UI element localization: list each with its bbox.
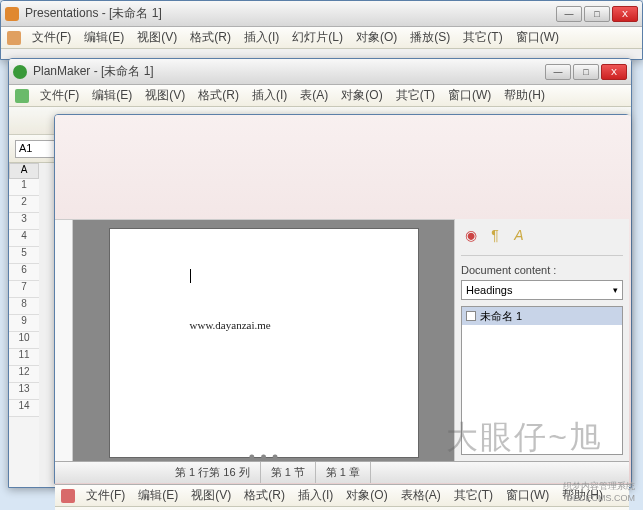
menu-view[interactable]: 视图(V) (131, 27, 183, 48)
doc-content-item[interactable]: 未命名 1 (462, 307, 622, 325)
menu-edit[interactable]: 编辑(E) (78, 27, 130, 48)
row-header[interactable]: 12 (9, 366, 39, 383)
side-panel: ◉ ¶ A Document content : Headings 未命名 1 (454, 219, 629, 461)
presentations-doc-icon (7, 31, 21, 45)
row-header[interactable]: 3 (9, 213, 39, 230)
menu-other[interactable]: 其它(T) (448, 485, 499, 506)
row-header[interactable]: 10 (9, 332, 39, 349)
close-button[interactable]: X (612, 6, 638, 22)
menu-object[interactable]: 对象(O) (350, 27, 403, 48)
status-position: 第 1 行第 16 列 (165, 462, 261, 483)
row-header[interactable]: 5 (9, 247, 39, 264)
status-section: 第 1 节 (261, 462, 316, 483)
row-header[interactable]: 1 (9, 179, 39, 196)
menu-play[interactable]: 播放(S) (404, 27, 456, 48)
item-checkbox[interactable] (466, 311, 476, 321)
menu-window[interactable]: 窗口(W) (510, 27, 565, 48)
textmaker-menubar: 文件(F) 编辑(E) 视图(V) 格式(R) 插入(I) 对象(O) 表格(A… (55, 485, 629, 507)
document-area: · · 1 · 1 · 1 · X · 1 · · · 1 · · · 2 · … (55, 219, 629, 461)
planmaker-title: PlanMaker - [未命名 1] (33, 63, 545, 80)
row-header[interactable]: 11 (9, 349, 39, 366)
maximize-button[interactable]: □ (584, 6, 610, 22)
watermark-line1: 织梦内容管理系统 (563, 480, 635, 492)
nav-paragraph-icon[interactable]: ¶ (485, 225, 505, 245)
menu-insert[interactable]: 插入(I) (238, 27, 285, 48)
textmaker-doc-icon (61, 489, 75, 503)
menu-edit[interactable]: 编辑(E) (86, 85, 138, 106)
menu-format[interactable]: 格式(R) (192, 85, 245, 106)
menu-other[interactable]: 其它(T) (457, 27, 508, 48)
status-page: 第 1 章 (316, 462, 371, 483)
item-label: 未命名 1 (480, 309, 522, 324)
doc-content-list: 未命名 1 (461, 306, 623, 455)
text-cursor (190, 269, 191, 283)
presentations-titlebar[interactable]: Presentations - [未命名 1] — □ X (1, 1, 642, 27)
menu-insert[interactable]: 插入(I) (292, 485, 339, 506)
menu-view[interactable]: 视图(V) (185, 485, 237, 506)
row-header[interactable]: 8 (9, 298, 39, 315)
col-header-a[interactable]: A (9, 163, 39, 179)
menu-window[interactable]: 窗口(W) (500, 485, 555, 506)
menu-file[interactable]: 文件(F) (34, 85, 85, 106)
menu-file[interactable]: 文件(F) (26, 27, 77, 48)
textmaker-statusbar: 第 1 行第 16 列 第 1 节 第 1 章 (55, 461, 629, 483)
presentations-window: Presentations - [未命名 1] — □ X 文件(F) 编辑(E… (0, 0, 643, 60)
nav-compass-icon[interactable]: ◉ (461, 225, 481, 245)
document-page[interactable]: www.dayanzai.me (109, 228, 419, 458)
row-header[interactable]: 2 (9, 196, 39, 213)
doc-content-combo[interactable]: Headings (461, 280, 623, 300)
presentations-title: Presentations - [未命名 1] (25, 5, 556, 22)
row-header[interactable]: 9 (9, 315, 39, 332)
row-header[interactable]: 6 (9, 264, 39, 281)
row-header[interactable]: 14 (9, 400, 39, 417)
menu-format[interactable]: 格式(R) (184, 27, 237, 48)
menu-object[interactable]: 对象(O) (335, 85, 388, 106)
sidepanel-label: Document content : (461, 264, 623, 276)
menu-window[interactable]: 窗口(W) (442, 85, 497, 106)
paper-workspace: www.dayanzai.me ● ● ● (73, 220, 454, 466)
maximize-button[interactable]: □ (573, 64, 599, 80)
menu-view[interactable]: 视图(V) (139, 85, 191, 106)
menu-help[interactable]: 帮助(H) (498, 85, 551, 106)
menu-insert[interactable]: 插入(I) (246, 85, 293, 106)
document-text[interactable]: www.dayanzai.me (190, 319, 271, 331)
menu-file[interactable]: 文件(F) (80, 485, 131, 506)
planmaker-app-icon (13, 65, 27, 79)
minimize-button[interactable]: — (556, 6, 582, 22)
watermark-small: 织梦内容管理系统 DEDECMS.COM (563, 480, 635, 504)
menu-table[interactable]: 表(A) (294, 85, 334, 106)
cell-reference-box[interactable]: A1 (15, 140, 55, 158)
close-button[interactable]: X (601, 64, 627, 80)
presentations-app-icon (5, 7, 19, 21)
watermark-line2: DEDECMS.COM (563, 492, 635, 504)
planmaker-menubar: 文件(F) 编辑(E) 视图(V) 格式(R) 插入(I) 表(A) 对象(O)… (9, 85, 631, 107)
planmaker-titlebar[interactable]: PlanMaker - [未命名 1] — □ X (9, 59, 631, 85)
textmaker-window: TextMaker - [未命名 1 *] — □ X 文件(F) 编辑(E) … (54, 114, 630, 484)
row-header[interactable]: 7 (9, 281, 39, 298)
vertical-ruler[interactable] (55, 220, 73, 466)
row-header[interactable]: 4 (9, 230, 39, 247)
presentations-menubar: 文件(F) 编辑(E) 视图(V) 格式(R) 插入(I) 幻灯片(L) 对象(… (1, 27, 642, 49)
row-header[interactable]: 13 (9, 383, 39, 400)
menu-table[interactable]: 表格(A) (395, 485, 447, 506)
planmaker-doc-icon (15, 89, 29, 103)
menu-edit[interactable]: 编辑(E) (132, 485, 184, 506)
nav-character-icon[interactable]: A (509, 225, 529, 245)
menu-slide[interactable]: 幻灯片(L) (286, 27, 349, 48)
minimize-button[interactable]: — (545, 64, 571, 80)
menu-object[interactable]: 对象(O) (340, 485, 393, 506)
menu-format[interactable]: 格式(R) (238, 485, 291, 506)
menu-other[interactable]: 其它(T) (390, 85, 441, 106)
